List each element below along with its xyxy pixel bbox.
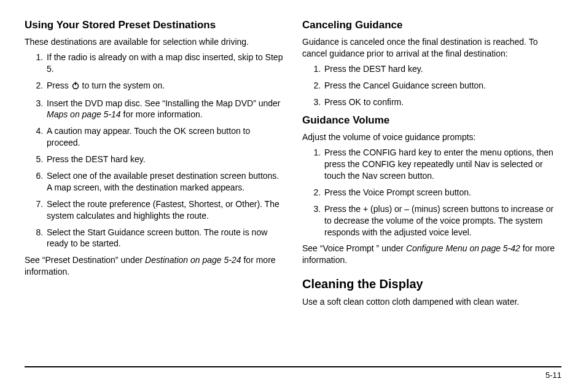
list-item: Press the DEST hard key. [323,63,561,75]
list-item: Press to turn the system on. [45,80,284,93]
list-item: Press the Cancel Guidance screen button. [323,80,561,92]
list-item: Select one of the available preset desti… [45,170,284,194]
page-number: 5-11 [545,370,561,380]
page-columns: Using Your Stored Preset Destinations Th… [25,18,561,363]
list-item: Press the + (plus) or – (minus) screen b… [323,203,561,238]
list-item: Select the Start Guidance screen button.… [45,227,284,250]
preset-steps-list: If the radio is already on with a map di… [25,52,284,249]
power-icon [71,81,80,93]
heading-canceling-guidance: Canceling Guidance [302,18,561,33]
list-item: Press OK to confirm. [323,96,561,108]
heading-guidance-volume: Guidance Volume [302,114,561,128]
list-item: If the radio is already on with a map di… [45,52,284,75]
list-item: Press the Voice Prompt screen button. [323,187,561,198]
page-footer: 5-11 [25,366,561,381]
list-item: Select the route preference (Fastest, Sh… [45,198,284,222]
heading-cleaning-display: Cleaning the Display [302,276,561,292]
cleaning-text: Use a soft clean cotton cloth dampened w… [302,296,561,308]
right-column: Canceling Guidance Guidance is canceled … [302,18,561,363]
volume-intro: Adjust the volume of voice guidance prom… [302,131,561,143]
list-item: A caution may appear. Touch the OK scree… [45,125,284,149]
list-item: Press the DEST hard key. [45,154,284,165]
cancel-steps-list: Press the DEST hard key. Press the Cance… [302,63,561,108]
heading-preset-destinations: Using Your Stored Preset Destinations [25,18,284,33]
intro-text: These destinations are available for sel… [25,36,284,48]
volume-steps-list: Press the CONFIG hard key to enter the m… [302,147,561,238]
list-item: Insert the DVD map disc. See “Installing… [45,98,284,121]
outro-text: See “Preset Destination” under Destinati… [25,254,284,278]
cancel-intro: Guidance is canceled once the final dest… [302,36,561,60]
left-column: Using Your Stored Preset Destinations Th… [25,18,284,363]
list-item: Press the CONFIG hard key to enter the m… [323,147,561,182]
volume-outro: See “Voice Prompt ” under Configure Menu… [302,243,561,266]
